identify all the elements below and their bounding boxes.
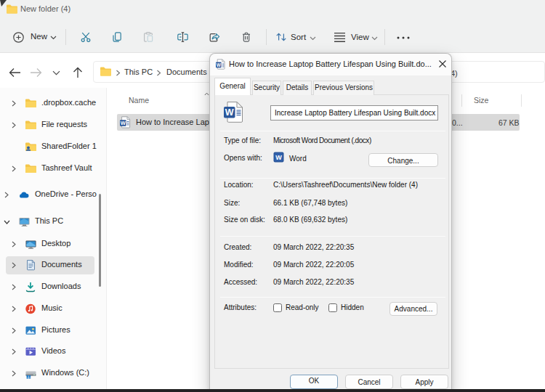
- svg-text:W: W: [217, 62, 222, 68]
- svg-text:W: W: [121, 120, 126, 126]
- svg-text:W: W: [275, 154, 282, 161]
- svg-text:W: W: [225, 107, 234, 118]
